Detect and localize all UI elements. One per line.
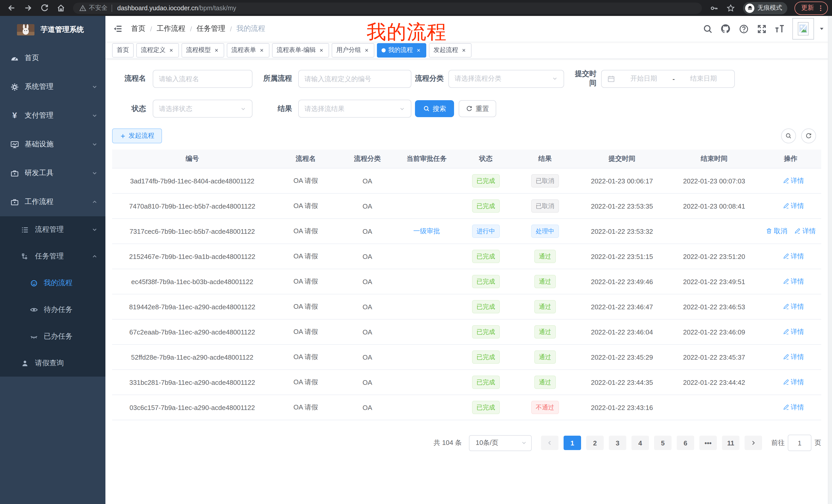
bookmark-star-icon[interactable] xyxy=(724,1,738,15)
tab[interactable]: 流程表单 × xyxy=(227,43,269,57)
tab[interactable]: 用户分组 × xyxy=(332,43,374,57)
detail-link[interactable]: 详情 xyxy=(782,377,804,387)
close-icon[interactable]: × xyxy=(461,47,467,53)
process-category-select[interactable]: 请选择流程分类 xyxy=(448,69,564,88)
process-definition-label: 所属流程 xyxy=(263,74,292,83)
end-date-placeholder[interactable]: 结束日期 xyxy=(678,74,729,83)
chevron-down-icon xyxy=(91,112,98,119)
page-scrollbar[interactable] xyxy=(828,16,832,504)
page-number-button[interactable]: 1 xyxy=(564,436,581,450)
page-number-button[interactable]: 4 xyxy=(631,436,649,450)
browser-forward-icon[interactable] xyxy=(21,1,35,15)
tab[interactable]: 发起流程 × xyxy=(429,43,471,57)
status-select[interactable]: 请选择状态 xyxy=(153,100,253,118)
avatar[interactable] xyxy=(792,18,814,39)
sidebar-item-done-tasks[interactable]: 已办任务 xyxy=(0,323,105,350)
current-task-link[interactable]: 一级审批 xyxy=(413,227,440,236)
app-logo[interactable]: 芋道管理系统 xyxy=(0,16,105,44)
show-search-button[interactable] xyxy=(781,129,796,143)
detail-label: 详情 xyxy=(790,252,804,261)
close-icon[interactable]: × xyxy=(415,47,422,53)
close-icon[interactable]: × xyxy=(364,47,370,53)
tab[interactable]: 首页 × xyxy=(112,43,134,57)
process-name-input[interactable] xyxy=(153,69,253,88)
tab-label: 流程表单 xyxy=(231,46,256,54)
page-number-button[interactable]: 2 xyxy=(586,436,604,450)
sidebar-item-todo-tasks[interactable]: 待办任务 xyxy=(0,297,105,323)
detail-link[interactable]: 详情 xyxy=(782,252,804,261)
cancel-link[interactable]: 取消 xyxy=(766,227,787,236)
search-icon[interactable] xyxy=(702,24,713,34)
sidebar-item-payment[interactable]: ¥ 支付管理 xyxy=(0,101,105,130)
column-header-name: 流程名 xyxy=(272,153,339,164)
detail-link[interactable]: 详情 xyxy=(782,201,804,211)
reset-button[interactable]: 重置 xyxy=(459,100,496,117)
address-bar[interactable]: 不安全 dashboard.yudao.iocoder.cn/bpm/task/… xyxy=(73,2,702,13)
github-icon[interactable] xyxy=(721,24,731,34)
sidebar-menu: 首页 系统管理 ¥ 支付管理 xyxy=(0,44,105,504)
close-icon[interactable]: × xyxy=(168,47,174,53)
tab[interactable]: 流程模型 × xyxy=(182,43,224,57)
url-text[interactable]: dashboard.yudao.iocoder.cn/bpm/task/my xyxy=(117,4,236,11)
sidebar-item-leave-query[interactable]: 请假查询 xyxy=(0,350,105,376)
sidebar-item-system[interactable]: 系统管理 xyxy=(0,73,105,101)
page-number-button[interactable]: ••• xyxy=(699,436,717,450)
sidebar-item-my-process[interactable]: 我的流程 xyxy=(0,270,105,297)
help-icon[interactable] xyxy=(738,24,749,34)
cell-submit-time: 2022-01-22 23:53:32 xyxy=(576,226,668,236)
sidebar-item-workflow[interactable]: 工作流程 xyxy=(0,188,105,216)
search-button[interactable]: 搜索 xyxy=(415,100,454,117)
page-number-button[interactable]: 3 xyxy=(609,436,626,450)
process-definition-input[interactable] xyxy=(298,69,411,88)
close-icon[interactable]: × xyxy=(213,47,219,53)
browser-home-icon[interactable] xyxy=(53,1,68,15)
cell-submit-time: 2022-01-22 23:45:29 xyxy=(576,352,668,362)
sidebar-item-devtools[interactable]: 研发工具 xyxy=(0,159,105,188)
hamburger-icon[interactable] xyxy=(108,20,127,38)
filter-row-2: 状态 请选择状态 结果 请选择流结果 搜索 xyxy=(112,100,821,118)
breadcrumb-task-management[interactable]: 任务管理 xyxy=(197,24,226,33)
goto-page-input[interactable] xyxy=(788,435,811,451)
submit-time-range-picker[interactable]: 开始日期 - 结束日期 xyxy=(601,69,735,88)
detail-link[interactable]: 详情 xyxy=(782,403,804,412)
page-number-button[interactable]: 11 xyxy=(722,436,739,450)
detail-link[interactable]: 详情 xyxy=(794,227,816,236)
sidebar-item-task-management[interactable]: 任务管理 xyxy=(0,243,105,270)
cell-end-time: 2022-01-22 23:51:20 xyxy=(668,251,760,261)
avatar-caret-icon[interactable] xyxy=(818,26,825,32)
next-page-button[interactable] xyxy=(745,436,762,450)
close-icon[interactable]: × xyxy=(318,47,324,53)
password-key-icon[interactable] xyxy=(707,1,722,15)
security-label[interactable]: 不安全 xyxy=(89,4,107,12)
detail-link[interactable]: 详情 xyxy=(782,327,804,337)
detail-link[interactable]: 详情 xyxy=(782,277,804,286)
browser-update-button[interactable]: 更新 xyxy=(795,1,828,15)
detail-link[interactable]: 详情 xyxy=(782,176,804,186)
create-process-button[interactable]: 发起流程 xyxy=(112,129,162,143)
breadcrumb-home[interactable]: 首页 xyxy=(131,24,146,33)
page-number-button[interactable]: 6 xyxy=(677,436,694,450)
tab[interactable]: 流程定义 × xyxy=(136,43,179,57)
tab[interactable]: 我的流程 × xyxy=(377,43,426,57)
page-number-button[interactable]: 5 xyxy=(654,436,672,450)
sidebar-item-infrastructure[interactable]: 基础设施 xyxy=(0,130,105,159)
detail-link[interactable]: 详情 xyxy=(782,302,804,311)
font-size-icon[interactable] xyxy=(774,24,785,34)
sidebar-item-process-management[interactable]: 流程管理 xyxy=(0,216,105,243)
breadcrumb-workflow[interactable]: 工作流程 xyxy=(157,24,185,33)
browser-menu-icon[interactable] xyxy=(817,4,824,11)
browser-reload-icon[interactable] xyxy=(37,1,51,15)
fullscreen-icon[interactable] xyxy=(756,24,767,34)
tab[interactable]: 流程表单-编辑 × xyxy=(272,43,329,57)
browser-back-icon[interactable] xyxy=(4,1,19,15)
plus-icon xyxy=(120,133,126,139)
tree-icon xyxy=(21,252,29,261)
page-size-select[interactable]: 10条/页 xyxy=(469,435,532,451)
detail-link[interactable]: 详情 xyxy=(782,353,804,362)
prev-page-button[interactable] xyxy=(541,436,558,450)
sidebar-item-home[interactable]: 首页 xyxy=(0,44,105,73)
close-icon[interactable]: × xyxy=(259,47,265,53)
refresh-table-button[interactable] xyxy=(801,129,816,143)
start-date-placeholder[interactable]: 开始日期 xyxy=(619,74,669,83)
result-select[interactable]: 请选择流结果 xyxy=(298,100,411,118)
